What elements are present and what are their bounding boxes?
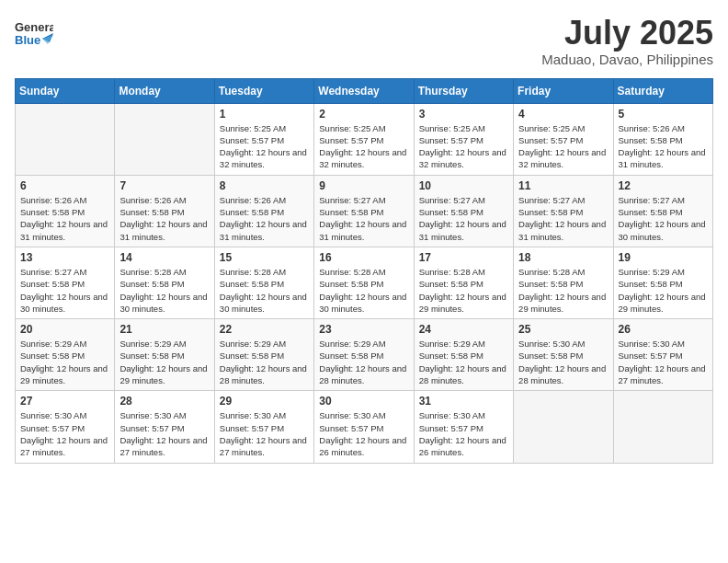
day-info: Sunrise: 5:26 AMSunset: 5:58 PMDaylight:… <box>20 194 109 243</box>
day-info: Sunrise: 5:30 AMSunset: 5:57 PMDaylight:… <box>319 409 408 458</box>
svg-text:Blue: Blue <box>15 33 40 47</box>
day-number: 6 <box>20 179 109 192</box>
calendar-week-1: 1Sunrise: 5:25 AMSunset: 5:57 PMDaylight… <box>16 103 713 175</box>
month-title: July 2025 <box>541 15 713 52</box>
day-number: 11 <box>518 179 608 192</box>
calendar-cell: 8Sunrise: 5:26 AMSunset: 5:58 PMDaylight… <box>214 175 313 247</box>
day-number: 2 <box>319 108 408 121</box>
day-number: 16 <box>319 251 408 264</box>
day-info: Sunrise: 5:27 AMSunset: 5:58 PMDaylight:… <box>619 194 708 243</box>
day-number: 4 <box>518 108 608 121</box>
calendar-table: SundayMondayTuesdayWednesdayThursdayFrid… <box>15 78 713 464</box>
calendar-cell: 31Sunrise: 5:30 AMSunset: 5:57 PMDayligh… <box>414 391 513 463</box>
day-number: 12 <box>619 179 708 192</box>
calendar-cell: 7Sunrise: 5:26 AMSunset: 5:58 PMDaylight… <box>115 175 214 247</box>
day-number: 13 <box>20 251 109 264</box>
day-number: 10 <box>419 179 508 192</box>
day-number: 20 <box>20 323 109 336</box>
day-info: Sunrise: 5:25 AMSunset: 5:57 PMDaylight:… <box>419 122 508 171</box>
weekday-header-friday: Friday <box>514 78 613 103</box>
calendar-cell: 15Sunrise: 5:28 AMSunset: 5:58 PMDayligh… <box>214 247 313 318</box>
day-info: Sunrise: 5:26 AMSunset: 5:58 PMDaylight:… <box>119 194 209 243</box>
day-info: Sunrise: 5:29 AMSunset: 5:58 PMDaylight:… <box>20 338 109 386</box>
calendar-header-row: SundayMondayTuesdayWednesdayThursdayFrid… <box>16 78 713 103</box>
calendar-cell: 3Sunrise: 5:25 AMSunset: 5:57 PMDaylight… <box>414 103 513 175</box>
day-info: Sunrise: 5:30 AMSunset: 5:57 PMDaylight:… <box>419 409 508 458</box>
calendar-cell: 2Sunrise: 5:25 AMSunset: 5:57 PMDaylight… <box>314 103 414 175</box>
calendar-cell: 24Sunrise: 5:29 AMSunset: 5:58 PMDayligh… <box>414 319 513 391</box>
day-info: Sunrise: 5:29 AMSunset: 5:58 PMDaylight:… <box>619 266 708 315</box>
calendar-cell: 18Sunrise: 5:28 AMSunset: 5:58 PMDayligh… <box>514 247 613 318</box>
calendar-cell <box>115 103 214 175</box>
calendar-cell: 28Sunrise: 5:30 AMSunset: 5:57 PMDayligh… <box>115 391 214 463</box>
day-number: 1 <box>220 108 309 121</box>
calendar-cell: 14Sunrise: 5:28 AMSunset: 5:58 PMDayligh… <box>115 247 214 318</box>
calendar-cell: 27Sunrise: 5:30 AMSunset: 5:57 PMDayligh… <box>16 391 115 463</box>
title-block: July 2025 Maduao, Davao, Philippines <box>541 15 713 67</box>
calendar-week-3: 13Sunrise: 5:27 AMSunset: 5:58 PMDayligh… <box>16 247 713 318</box>
day-number: 21 <box>119 323 209 336</box>
calendar-cell <box>613 391 712 463</box>
day-info: Sunrise: 5:30 AMSunset: 5:57 PMDaylight:… <box>619 338 708 386</box>
weekday-header-monday: Monday <box>115 78 214 103</box>
day-info: Sunrise: 5:28 AMSunset: 5:58 PMDaylight:… <box>518 266 608 315</box>
logo: General Blue <box>15 15 53 53</box>
day-number: 24 <box>419 323 508 336</box>
calendar-cell: 16Sunrise: 5:28 AMSunset: 5:58 PMDayligh… <box>314 247 414 318</box>
day-info: Sunrise: 5:29 AMSunset: 5:58 PMDaylight:… <box>220 338 309 386</box>
calendar-cell: 5Sunrise: 5:26 AMSunset: 5:58 PMDaylight… <box>613 103 712 175</box>
day-number: 7 <box>119 179 209 192</box>
calendar-cell: 9Sunrise: 5:27 AMSunset: 5:58 PMDaylight… <box>314 175 414 247</box>
day-info: Sunrise: 5:26 AMSunset: 5:58 PMDaylight:… <box>220 194 309 243</box>
calendar-cell: 23Sunrise: 5:29 AMSunset: 5:58 PMDayligh… <box>314 319 414 391</box>
day-number: 29 <box>220 395 309 408</box>
weekday-header-wednesday: Wednesday <box>314 78 414 103</box>
calendar-cell: 25Sunrise: 5:30 AMSunset: 5:58 PMDayligh… <box>514 319 613 391</box>
day-info: Sunrise: 5:28 AMSunset: 5:58 PMDaylight:… <box>119 266 209 315</box>
calendar-week-2: 6Sunrise: 5:26 AMSunset: 5:58 PMDaylight… <box>16 175 713 247</box>
calendar-cell: 10Sunrise: 5:27 AMSunset: 5:58 PMDayligh… <box>414 175 513 247</box>
day-info: Sunrise: 5:27 AMSunset: 5:58 PMDaylight:… <box>319 194 408 243</box>
day-number: 27 <box>20 395 109 408</box>
calendar-week-5: 27Sunrise: 5:30 AMSunset: 5:57 PMDayligh… <box>16 391 713 463</box>
day-number: 28 <box>119 395 209 408</box>
day-number: 19 <box>619 251 708 264</box>
day-info: Sunrise: 5:27 AMSunset: 5:58 PMDaylight:… <box>20 266 109 315</box>
day-number: 22 <box>220 323 309 336</box>
day-number: 26 <box>619 323 708 336</box>
day-info: Sunrise: 5:30 AMSunset: 5:58 PMDaylight:… <box>518 338 608 386</box>
location: Maduao, Davao, Philippines <box>541 52 713 67</box>
day-number: 18 <box>518 251 608 264</box>
calendar-cell: 17Sunrise: 5:28 AMSunset: 5:58 PMDayligh… <box>414 247 513 318</box>
day-info: Sunrise: 5:27 AMSunset: 5:58 PMDaylight:… <box>518 194 608 243</box>
day-number: 17 <box>419 251 508 264</box>
day-info: Sunrise: 5:29 AMSunset: 5:58 PMDaylight:… <box>419 338 508 386</box>
calendar-cell: 4Sunrise: 5:25 AMSunset: 5:57 PMDaylight… <box>514 103 613 175</box>
calendar-cell: 30Sunrise: 5:30 AMSunset: 5:57 PMDayligh… <box>314 391 414 463</box>
day-number: 30 <box>319 395 408 408</box>
calendar-cell: 20Sunrise: 5:29 AMSunset: 5:58 PMDayligh… <box>16 319 115 391</box>
day-info: Sunrise: 5:30 AMSunset: 5:57 PMDaylight:… <box>220 409 309 458</box>
calendar-cell <box>16 103 115 175</box>
weekday-header-sunday: Sunday <box>16 78 115 103</box>
day-info: Sunrise: 5:30 AMSunset: 5:57 PMDaylight:… <box>20 409 109 458</box>
calendar-cell: 1Sunrise: 5:25 AMSunset: 5:57 PMDaylight… <box>214 103 313 175</box>
page-header: General Blue July 2025 Maduao, Davao, Ph… <box>15 15 713 67</box>
logo-icon: General Blue <box>15 15 53 53</box>
day-number: 9 <box>319 179 408 192</box>
day-number: 25 <box>518 323 608 336</box>
day-info: Sunrise: 5:26 AMSunset: 5:58 PMDaylight:… <box>619 122 708 171</box>
day-info: Sunrise: 5:29 AMSunset: 5:58 PMDaylight:… <box>319 338 408 386</box>
calendar-cell: 22Sunrise: 5:29 AMSunset: 5:58 PMDayligh… <box>214 319 313 391</box>
day-info: Sunrise: 5:28 AMSunset: 5:58 PMDaylight:… <box>419 266 508 315</box>
day-number: 15 <box>220 251 309 264</box>
calendar-week-4: 20Sunrise: 5:29 AMSunset: 5:58 PMDayligh… <box>16 319 713 391</box>
day-info: Sunrise: 5:29 AMSunset: 5:58 PMDaylight:… <box>119 338 209 386</box>
day-info: Sunrise: 5:28 AMSunset: 5:58 PMDaylight:… <box>220 266 309 315</box>
day-number: 3 <box>419 108 508 121</box>
calendar-cell: 13Sunrise: 5:27 AMSunset: 5:58 PMDayligh… <box>16 247 115 318</box>
calendar-cell: 21Sunrise: 5:29 AMSunset: 5:58 PMDayligh… <box>115 319 214 391</box>
day-number: 31 <box>419 395 508 408</box>
weekday-header-thursday: Thursday <box>414 78 513 103</box>
day-info: Sunrise: 5:25 AMSunset: 5:57 PMDaylight:… <box>220 122 309 171</box>
